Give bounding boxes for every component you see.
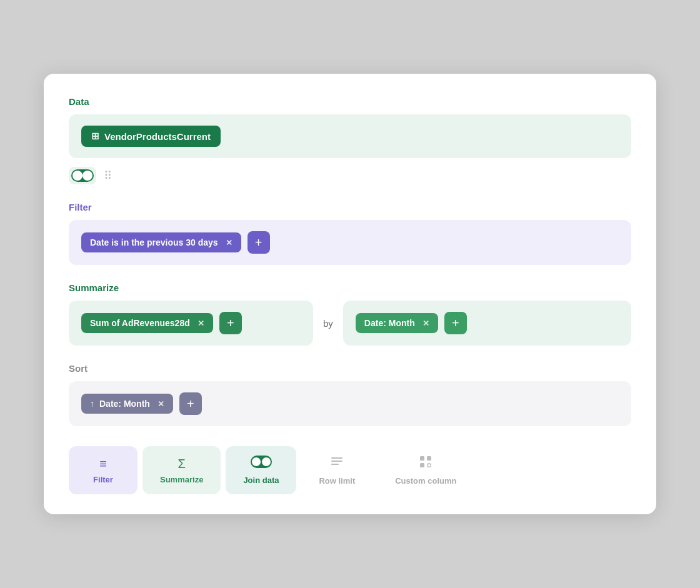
sort-arrow-icon: ↑ — [90, 399, 94, 409]
filter-box: Date is in the previous 30 days ✕ + — [69, 220, 631, 265]
svg-rect-4 — [427, 456, 431, 461]
filter-icon: ≡ — [99, 457, 107, 471]
summarize-right-box: Date: Month ✕ + — [343, 301, 631, 346]
bottom-toolbar: ≡ Filter Σ Summarize Join data — [69, 446, 631, 494]
toolbar-filter-label: Filter — [93, 475, 113, 484]
sort-section: Sort ↑ Date: Month ✕ + — [69, 363, 631, 426]
filter-chip[interactable]: Date is in the previous 30 days ✕ — [81, 232, 241, 252]
main-card: Data ⊞ VendorProductsCurrent ⠿ Filter Da… — [44, 74, 656, 514]
sort-section-label: Sort — [69, 363, 631, 374]
sort-chip-label: Date: Month — [99, 399, 150, 409]
toggle-knob-left — [72, 171, 82, 181]
svg-rect-5 — [420, 463, 424, 467]
row-limit-icon — [330, 455, 344, 472]
date-close-icon[interactable]: ✕ — [422, 319, 429, 328]
summarize-section-label: Summarize — [69, 282, 631, 293]
toolbar-row-limit[interactable]: Row limit — [301, 446, 372, 494]
svg-rect-0 — [331, 457, 342, 459]
summarize-row: Sum of AdRevenues28d ✕ + by Date: Month … — [69, 301, 631, 346]
summarize-section: Summarize Sum of AdRevenues28d ✕ + by Da… — [69, 282, 631, 346]
toggle-inner — [71, 169, 94, 182]
sort-close-icon[interactable]: ✕ — [158, 399, 164, 409]
sum-chip[interactable]: Sum of AdRevenues28d ✕ — [81, 313, 213, 333]
sort-box: ↑ Date: Month ✕ + — [69, 381, 631, 426]
table-icon: ⊞ — [91, 131, 99, 142]
filter-section: Filter Date is in the previous 30 days ✕… — [69, 202, 631, 265]
data-section-label: Data — [69, 96, 631, 107]
toolbar-summarize[interactable]: Σ Summarize — [142, 446, 221, 494]
data-source-chip[interactable]: ⊞ VendorProductsCurrent — [81, 126, 221, 147]
sum-close-icon[interactable]: ✕ — [198, 319, 204, 328]
svg-rect-2 — [331, 464, 339, 465]
svg-rect-8 — [428, 465, 431, 466]
grid-dots-icon[interactable]: ⠿ — [104, 169, 112, 182]
join-data-toggle-icon — [251, 456, 272, 472]
toggle-knob-right — [82, 171, 92, 181]
toolbar-row-limit-label: Row limit — [319, 476, 355, 486]
toolbar-join-data[interactable]: Join data — [226, 446, 296, 494]
sort-chip[interactable]: ↑ Date: Month ✕ — [81, 394, 173, 414]
filter-section-label: Filter — [69, 202, 631, 212]
data-box: ⊞ VendorProductsCurrent — [69, 114, 631, 158]
filter-add-button[interactable]: + — [248, 231, 270, 254]
toggle-switch[interactable] — [69, 167, 96, 184]
toolbar-custom-column[interactable]: Custom column — [378, 446, 474, 494]
data-section: Data ⊞ VendorProductsCurrent ⠿ — [69, 96, 631, 184]
toolbar-summarize-label: Summarize — [160, 475, 203, 484]
date-chip-label: Date: Month — [364, 318, 415, 328]
toolbar-custom-column-label: Custom column — [395, 476, 456, 486]
by-label: by — [323, 318, 333, 329]
filter-close-icon[interactable]: ✕ — [226, 238, 232, 247]
toggle-row: ⠿ — [69, 167, 631, 184]
sum-chip-label: Sum of AdRevenues28d — [90, 318, 190, 328]
filter-chip-label: Date is in the previous 30 days — [90, 237, 218, 247]
toolbar-join-label: Join data — [243, 476, 279, 485]
date-chip[interactable]: Date: Month ✕ — [356, 313, 438, 333]
toolbar-filter[interactable]: ≡ Filter — [69, 446, 138, 494]
sort-add-button[interactable]: + — [179, 392, 202, 415]
date-add-button[interactable]: + — [444, 312, 467, 334]
sum-add-button[interactable]: + — [219, 312, 242, 334]
svg-rect-1 — [331, 461, 342, 462]
custom-column-icon — [419, 455, 432, 472]
summarize-left-box: Sum of AdRevenues28d ✕ + — [69, 301, 313, 346]
svg-rect-3 — [420, 456, 424, 461]
sigma-icon: Σ — [178, 457, 186, 471]
